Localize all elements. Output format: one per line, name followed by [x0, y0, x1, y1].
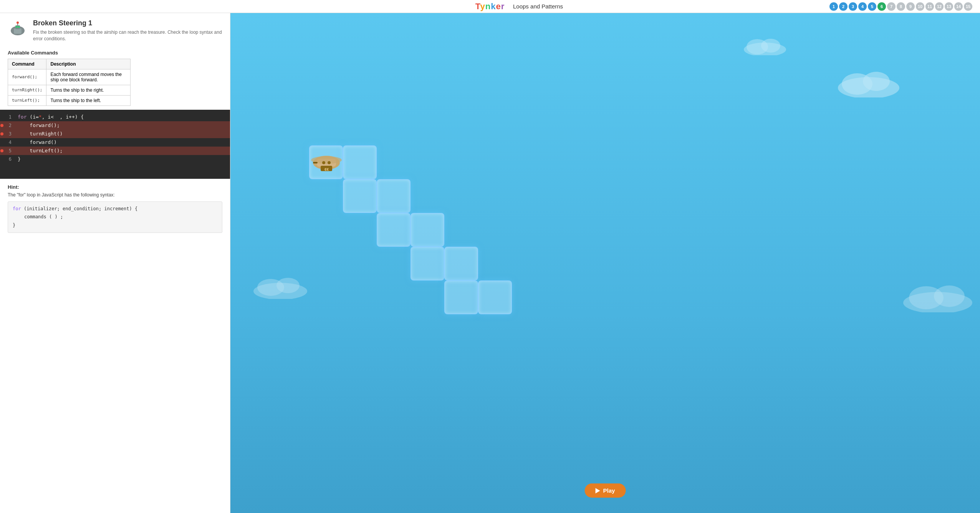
- line-number: 1: [4, 114, 15, 120]
- game-tile-7: [444, 247, 478, 280]
- description-cell: Turns the ship to the right.: [46, 85, 131, 95]
- top-navigation: Tynker Loops and Patterns 12345678910111…: [0, 0, 980, 13]
- hint-code: for (initializer; end_condition; increme…: [8, 201, 222, 233]
- svg-point-18: [934, 285, 965, 307]
- hint-section: Hint: The "for" loop in JavaScript has t…: [0, 179, 230, 239]
- command-row-2: turnLeft();Turns the ship to the left.: [8, 95, 131, 106]
- level-indicator-10[interactable]: 10: [916, 2, 924, 11]
- hint-line-2: commands ( ) ;: [13, 213, 217, 221]
- code-line-6[interactable]: 6}: [0, 155, 230, 163]
- code-line-5[interactable]: 5 turnLeft();: [0, 147, 230, 155]
- code-content[interactable]: }: [15, 156, 230, 162]
- game-tile-6: [411, 247, 444, 280]
- svg-text:0X: 0X: [324, 168, 329, 172]
- command-cell: turnLeft();: [8, 95, 46, 106]
- code-line-1[interactable]: 1for (i=*, i< , i++) {: [0, 113, 230, 121]
- commands-tbody: forward();Each forward command moves the…: [8, 69, 131, 106]
- lesson-title: Loops and Patterns: [513, 3, 563, 10]
- line-number: 3: [4, 131, 15, 137]
- svg-point-3: [16, 26, 18, 28]
- cloud-1: [834, 67, 903, 99]
- logo[interactable]: Tynker: [475, 2, 505, 12]
- level-indicator-8[interactable]: 8: [897, 2, 905, 11]
- problem-description: Fix the broken steering so that the airs…: [33, 29, 222, 42]
- play-label: Play: [603, 487, 615, 494]
- line-number: 2: [4, 123, 15, 128]
- svg-rect-25: [313, 162, 318, 163]
- commands-table: Command Description forward();Each forwa…: [8, 59, 131, 106]
- commands-label: Available Commands: [8, 50, 222, 56]
- game-tile-4: [377, 213, 411, 247]
- airship: 0X: [309, 147, 344, 177]
- code-content[interactable]: for (i=*, i< , i++) {: [15, 114, 230, 120]
- code-line-4[interactable]: 4 forward(): [0, 138, 230, 147]
- game-tile-8: [444, 280, 478, 314]
- commands-section: Available Commands Command Description f…: [0, 46, 230, 110]
- game-tile-2: [343, 179, 377, 213]
- code-content[interactable]: turnRight(): [15, 131, 230, 137]
- level-indicator-3[interactable]: 3: [849, 2, 857, 11]
- svg-point-23: [322, 161, 325, 164]
- game-tile-1: [343, 145, 377, 179]
- line-number: 5: [4, 148, 15, 153]
- level-indicator-11[interactable]: 11: [925, 2, 934, 11]
- svg-rect-1: [14, 28, 22, 34]
- code-content[interactable]: forward(): [15, 139, 230, 145]
- left-panel: Broken Steering 1 Fix the broken steerin…: [0, 13, 230, 513]
- hint-label: Hint:: [8, 184, 222, 190]
- hint-text: The "for" loop in JavaScript has the fol…: [8, 192, 222, 198]
- game-tile-3: [377, 179, 411, 213]
- level-indicator-6[interactable]: 6: [877, 2, 886, 11]
- problem-info: Broken Steering 1 Fix the broken steerin…: [33, 19, 222, 42]
- play-button[interactable]: Play: [585, 483, 626, 498]
- level-indicator-9[interactable]: 9: [906, 2, 915, 11]
- svg-point-4: [18, 26, 20, 28]
- level-indicator-1[interactable]: 1: [829, 2, 838, 11]
- svg-point-15: [276, 278, 300, 293]
- level-indicator-15[interactable]: 15: [964, 2, 972, 11]
- line-number: 6: [4, 157, 15, 162]
- svg-point-12: [761, 39, 780, 53]
- col-description: Description: [46, 59, 131, 69]
- logo-text: Tynker: [475, 2, 505, 12]
- level-indicator-12[interactable]: 12: [935, 2, 944, 11]
- command-row-1: turnRight();Turns the ship to the right.: [8, 85, 131, 95]
- problem-header: Broken Steering 1 Fix the broken steerin…: [0, 13, 230, 46]
- cloud-2: [742, 36, 788, 56]
- svg-point-24: [328, 161, 331, 164]
- problem-title: Broken Steering 1: [33, 19, 222, 27]
- cloud-3: [250, 274, 311, 300]
- description-cell: Each forward command moves the ship one …: [46, 69, 131, 85]
- error-indicator: [0, 132, 4, 135]
- level-indicator-13[interactable]: 13: [945, 2, 953, 11]
- error-indicator: [0, 149, 4, 152]
- game-panel: 0X Play: [230, 13, 980, 513]
- command-cell: turnRight();: [8, 85, 46, 95]
- level-indicator-7[interactable]: 7: [887, 2, 896, 11]
- col-command: Command: [8, 59, 46, 69]
- level-indicator-2[interactable]: 2: [839, 2, 848, 11]
- robot-icon: [8, 19, 28, 39]
- line-number: 4: [4, 140, 15, 145]
- play-icon: [596, 488, 600, 493]
- svg-point-6: [17, 21, 19, 24]
- command-row-0: forward();Each forward command moves the…: [8, 69, 131, 85]
- hint-line-3: }: [13, 223, 15, 228]
- code-content[interactable]: forward();: [15, 122, 230, 128]
- hint-line-1: for (initializer; end_condition; increme…: [13, 206, 137, 211]
- game-tile-9: [478, 280, 512, 314]
- cloud-4: [899, 282, 976, 313]
- error-indicator: [0, 124, 4, 127]
- code-line-2[interactable]: 2 forward();: [0, 121, 230, 130]
- level-indicator-4[interactable]: 4: [858, 2, 867, 11]
- code-line-3[interactable]: 3 turnRight(): [0, 130, 230, 138]
- level-indicators: 123456789101112131415: [829, 2, 972, 11]
- code-editor[interactable]: 1for (i=*, i< , i++) {2 forward();3 turn…: [0, 110, 230, 179]
- level-indicator-5[interactable]: 5: [868, 2, 876, 11]
- game-tile-5: [411, 213, 444, 247]
- svg-point-9: [863, 72, 890, 91]
- description-cell: Turns the ship to the left.: [46, 95, 131, 106]
- code-content[interactable]: turnLeft();: [15, 148, 230, 153]
- main-layout: Broken Steering 1 Fix the broken steerin…: [0, 13, 980, 513]
- level-indicator-14[interactable]: 14: [954, 2, 963, 11]
